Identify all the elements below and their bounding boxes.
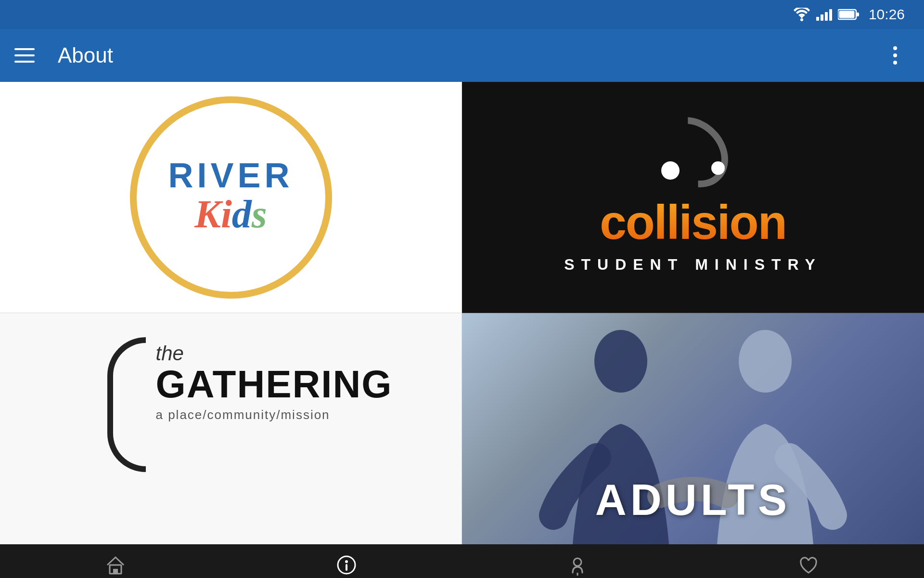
river-kids-cell[interactable]: RIVER Kids bbox=[0, 82, 462, 313]
battery-icon bbox=[838, 8, 859, 21]
more-options-button[interactable] bbox=[881, 41, 910, 70]
nav-home[interactable]: Home bbox=[0, 544, 231, 578]
giving-icon bbox=[798, 554, 819, 578]
adults-label: ADULTS bbox=[595, 475, 791, 525]
nav-giving[interactable]: Giving bbox=[693, 544, 924, 578]
app-title: About bbox=[58, 43, 881, 67]
river-kids-logo: RIVER Kids bbox=[130, 96, 332, 299]
gathering-cell[interactable]: the GATHERING a place/community/mission bbox=[0, 313, 462, 544]
svg-rect-10 bbox=[346, 564, 347, 571]
hamburger-button[interactable] bbox=[14, 41, 43, 70]
status-icons: 10:26 bbox=[793, 6, 905, 23]
svg-rect-2 bbox=[839, 11, 854, 18]
bottom-nav: Home About Sermons Giving bbox=[0, 544, 924, 578]
nav-sermons[interactable]: Sermons bbox=[462, 544, 693, 578]
status-bar: 10:26 bbox=[0, 0, 924, 29]
svg-rect-7 bbox=[113, 569, 118, 574]
svg-point-9 bbox=[345, 560, 348, 563]
gathering-logo: the GATHERING a place/community/mission bbox=[107, 332, 392, 472]
signal-icon bbox=[816, 8, 832, 21]
svg-point-0 bbox=[800, 18, 803, 21]
collision-arc bbox=[643, 103, 742, 201]
svg-point-11 bbox=[574, 558, 581, 566]
collision-word: collision bbox=[600, 198, 786, 246]
app-bar: About bbox=[0, 29, 924, 82]
gathering-bracket bbox=[107, 337, 146, 472]
collision-dot2 bbox=[711, 161, 725, 175]
kids-text: Kids bbox=[194, 193, 267, 236]
adults-cell[interactable]: ADULTS bbox=[462, 313, 924, 544]
about-icon bbox=[336, 554, 357, 578]
svg-point-5 bbox=[739, 330, 792, 393]
gathering-text: the GATHERING a place/community/mission bbox=[155, 332, 392, 422]
gathering-sub-text: a place/community/mission bbox=[155, 407, 392, 422]
river-kids-circle: RIVER Kids bbox=[130, 96, 332, 299]
river-text: RIVER bbox=[168, 158, 293, 193]
svg-rect-3 bbox=[856, 13, 859, 16]
main-content: RIVER Kids collision STUDENT MINISTRY th… bbox=[0, 82, 924, 544]
gathering-main-text: GATHERING bbox=[155, 365, 392, 404]
collision-subtitle: STUDENT MINISTRY bbox=[564, 256, 822, 274]
collision-cell[interactable]: collision STUDENT MINISTRY bbox=[462, 82, 924, 313]
collision-symbol bbox=[654, 121, 732, 188]
svg-point-4 bbox=[594, 330, 647, 393]
collision-logo: collision STUDENT MINISTRY bbox=[564, 121, 822, 274]
clock: 10:26 bbox=[869, 6, 905, 23]
wifi-icon bbox=[793, 8, 810, 21]
sermons-icon bbox=[567, 554, 588, 578]
nav-about[interactable]: About bbox=[231, 544, 462, 578]
home-icon bbox=[105, 554, 126, 578]
collision-dot1 bbox=[661, 161, 680, 180]
the-label: the bbox=[155, 342, 392, 365]
